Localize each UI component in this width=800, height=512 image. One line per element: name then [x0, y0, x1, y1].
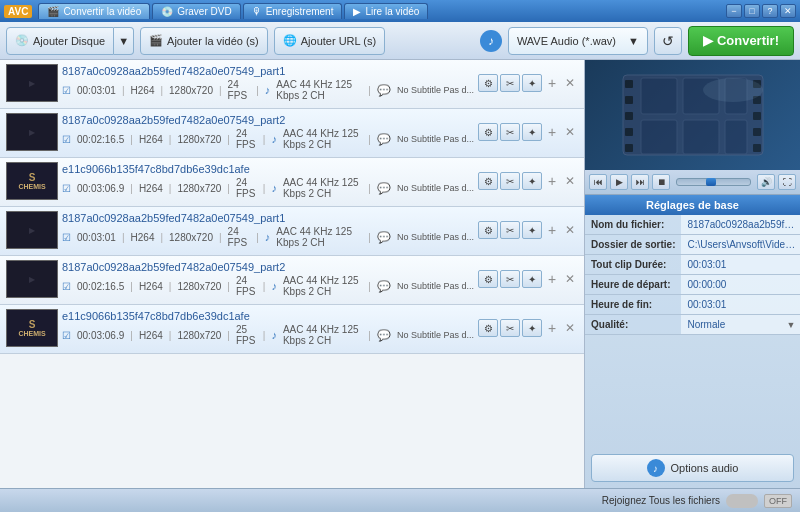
- play-tab-label: Lire la vidéo: [365, 6, 419, 17]
- add-disc-button[interactable]: 💿 Ajouter Disque: [6, 27, 114, 55]
- maximize-button[interactable]: □: [744, 4, 760, 18]
- file-checkbox[interactable]: ☑: [62, 232, 71, 243]
- file-name[interactable]: e11c9066b135f47c8bd7db6e39dc1afe: [62, 163, 474, 175]
- burn-tab-icon: 💿: [161, 6, 173, 17]
- tab-burn-dvd[interactable]: 💿 Graver DVD: [152, 3, 240, 19]
- file-checkbox[interactable]: ☑: [62, 330, 71, 341]
- svg-rect-4: [625, 128, 633, 136]
- file-name[interactable]: 8187a0c0928aa2b59fed7482a0e07549_part1: [62, 65, 474, 77]
- file-name[interactable]: 8187a0c0928aa2b59fed7482a0e07549_part1: [62, 212, 474, 224]
- video-settings-button[interactable]: ⚙: [478, 319, 498, 337]
- output-folder-value[interactable]: C:\Users\Anvsoft\Video...: [681, 235, 800, 255]
- filename-value: 8187a0c0928aa2b59fed7482...: [681, 215, 800, 235]
- remove-button[interactable]: ✕: [562, 75, 578, 91]
- player-progress-bar[interactable]: [676, 178, 751, 186]
- subtitle-icon: 💬: [377, 231, 391, 244]
- remove-button[interactable]: ✕: [562, 320, 578, 336]
- effect-button[interactable]: ✦: [522, 172, 542, 190]
- effect-button[interactable]: ✦: [522, 221, 542, 239]
- refresh-button[interactable]: ↺: [654, 27, 682, 55]
- join-toggle-switch[interactable]: [726, 494, 758, 508]
- remove-button[interactable]: ✕: [562, 222, 578, 238]
- format-selector[interactable]: WAVE Audio (*.wav) ▼: [508, 27, 648, 55]
- close-button[interactable]: ✕: [780, 4, 796, 18]
- file-duration: 00:03:01: [77, 85, 116, 96]
- file-checkbox[interactable]: ☑: [62, 134, 71, 145]
- add-button[interactable]: +: [544, 173, 560, 189]
- file-name[interactable]: 8187a0c0928aa2b59fed7482a0e07549_part2: [62, 114, 474, 126]
- file-name[interactable]: e11c9066b135f47c8bd7db6e39dc1afe: [62, 310, 474, 322]
- end-time-value[interactable]: 00:03:01: [681, 295, 800, 315]
- file-checkbox[interactable]: ☑: [62, 183, 71, 194]
- subtitle-icon: 💬: [377, 182, 391, 195]
- skip-forward-button[interactable]: ⏭: [631, 174, 649, 190]
- remove-button[interactable]: ✕: [562, 173, 578, 189]
- effect-button[interactable]: ✦: [522, 319, 542, 337]
- file-fps: 24 FPS: [228, 226, 251, 248]
- svg-rect-5: [625, 144, 633, 152]
- remove-button[interactable]: ✕: [562, 271, 578, 287]
- tab-play-video[interactable]: ▶ Lire la vidéo: [344, 3, 428, 19]
- file-duration: 00:03:06.9: [77, 330, 124, 341]
- start-time-value[interactable]: 00:00:00: [681, 275, 800, 295]
- add-video-button[interactable]: 🎬 Ajouter la vidéo (s): [140, 27, 268, 55]
- volume-button[interactable]: 🔊: [757, 174, 775, 190]
- skip-back-button[interactable]: ⏮: [589, 174, 607, 190]
- file-name[interactable]: 8187a0c0928aa2b59fed7482a0e07549_part2: [62, 261, 474, 273]
- add-button[interactable]: +: [544, 320, 560, 336]
- cut-button[interactable]: ✂: [500, 123, 520, 141]
- settings-table: Nom du fichier: 8187a0c0928aa2b59fed7482…: [585, 215, 800, 335]
- svg-point-17: [703, 78, 763, 102]
- add-disc-dropdown[interactable]: ▼: [114, 27, 134, 55]
- file-duration: 00:03:06.9: [77, 183, 124, 194]
- file-fps: 24 FPS: [236, 128, 257, 150]
- add-video-icon: 🎬: [149, 34, 163, 47]
- add-url-button[interactable]: 🌐 Ajouter URL (s): [274, 27, 385, 55]
- video-settings-button[interactable]: ⚙: [478, 221, 498, 239]
- quality-value[interactable]: Normale ▼: [681, 315, 800, 334]
- cut-button[interactable]: ✂: [500, 270, 520, 288]
- globe-icon: 🌐: [283, 34, 297, 47]
- video-settings-button[interactable]: ⚙: [478, 172, 498, 190]
- minimize-button[interactable]: −: [726, 4, 742, 18]
- file-fps: 25 FPS: [236, 324, 257, 346]
- remove-button[interactable]: ✕: [562, 124, 578, 140]
- file-actions: ⚙ ✂ ✦ + ✕: [478, 123, 578, 141]
- cut-button[interactable]: ✂: [500, 319, 520, 337]
- video-settings-button[interactable]: ⚙: [478, 123, 498, 141]
- cut-button[interactable]: ✂: [500, 172, 520, 190]
- effect-button[interactable]: ✦: [522, 74, 542, 92]
- video-settings-button[interactable]: ⚙: [478, 270, 498, 288]
- file-thumbnail: S CHEMIS: [6, 309, 58, 347]
- svg-rect-14: [641, 120, 677, 154]
- stop-button[interactable]: ⏹: [652, 174, 670, 190]
- cut-button[interactable]: ✂: [500, 221, 520, 239]
- settings-row-end-time: Heure de fin: 00:03:01: [585, 295, 800, 315]
- play-button[interactable]: ▶: [610, 174, 628, 190]
- file-actions: ⚙ ✂ ✦ + ✕: [478, 270, 578, 288]
- tab-record[interactable]: 🎙 Enregistrement: [243, 3, 343, 19]
- fullscreen-button[interactable]: ⛶: [778, 174, 796, 190]
- record-tab-icon: 🎙: [252, 6, 262, 17]
- file-checkbox[interactable]: ☑: [62, 281, 71, 292]
- effect-button[interactable]: ✦: [522, 123, 542, 141]
- add-button[interactable]: +: [544, 75, 560, 91]
- play-tab-icon: ▶: [353, 6, 361, 17]
- file-checkbox[interactable]: ☑: [62, 85, 71, 96]
- add-button[interactable]: +: [544, 271, 560, 287]
- file-item-header: ▶ 8187a0c0928aa2b59fed7482a0e07549_part1…: [6, 64, 578, 102]
- file-meta: ☑ 00:03:06.9 | H264 | 1280x720 | 24 FPS …: [62, 177, 474, 199]
- effect-button[interactable]: ✦: [522, 270, 542, 288]
- cut-button[interactable]: ✂: [500, 74, 520, 92]
- settings-row-duration: Tout clip Durée: 00:03:01: [585, 255, 800, 275]
- add-button[interactable]: +: [544, 124, 560, 140]
- file-resolution: 1280x720: [177, 330, 221, 341]
- audio-options-button[interactable]: ♪ Options audio: [591, 454, 794, 482]
- add-button[interactable]: +: [544, 222, 560, 238]
- help-button[interactable]: ?: [762, 4, 778, 18]
- video-settings-button[interactable]: ⚙: [478, 74, 498, 92]
- file-meta: ☑ 00:03:06.9 | H264 | 1280x720 | 25 FPS …: [62, 324, 474, 346]
- tab-convert-video[interactable]: 🎬 Convertir la vidéo: [38, 3, 150, 19]
- audio-icon-meta: ♪: [265, 231, 271, 243]
- convert-button[interactable]: ▶ Convertir!: [688, 26, 794, 56]
